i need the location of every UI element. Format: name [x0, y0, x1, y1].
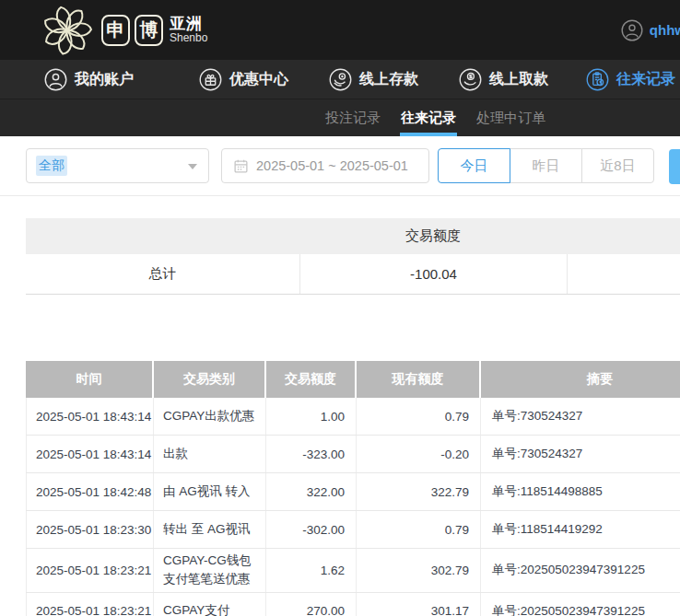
chevron-down-icon	[188, 164, 197, 169]
nav-label: 线上取款	[489, 70, 548, 89]
user-icon	[44, 68, 67, 91]
cell-time: 2025-05-01 18:43:14	[26, 398, 154, 435]
column-header-summary: 摘要	[481, 361, 680, 398]
nav-item-my-account[interactable]: 我的账户	[44, 68, 134, 91]
deposit-icon	[329, 68, 352, 91]
table-row: 2025-05-01 18:43:14 CGPAY出款优惠 1.00 0.79 …	[26, 398, 680, 436]
transactions-table: 时间 交易类别 交易额度 现有额度 摘要 2025-05-01 18:43:14…	[26, 361, 680, 616]
avatar-icon	[621, 19, 643, 41]
cell-summary: 单号:202505023947391225	[481, 593, 680, 616]
table-row: 2025-05-01 18:23:30 转出 至 AG视讯 -302.00 0.…	[26, 511, 680, 549]
cell-summary: 单号:730524327	[481, 398, 680, 435]
cell-summary: 单号:118514419292	[481, 511, 680, 548]
summary-header-amount: 交易额度	[299, 227, 567, 245]
nav-item-online-withdrawal[interactable]: 线上取款	[459, 68, 548, 91]
records-icon	[586, 68, 609, 91]
cell-type: CGPAY-CG钱包支付笔笔送优惠	[154, 549, 266, 592]
cell-type: CGPAY支付	[154, 593, 266, 616]
nav-label: 我的账户	[75, 70, 134, 89]
cell-balance: 0.79	[357, 511, 481, 548]
brand-subtitle: Shenbo	[170, 32, 207, 44]
column-header-type: 交易类别	[154, 361, 264, 398]
summary-table: 交易额度 总计 -100.04	[26, 218, 680, 295]
last-8-days-button[interactable]: 近8日	[581, 148, 654, 183]
nav-item-online-deposit[interactable]: 线上存款	[329, 68, 418, 91]
tab-betting-records[interactable]: 投注记录	[324, 99, 381, 136]
column-header-amount: 交易额度	[266, 361, 355, 398]
cell-type: CGPAY出款优惠	[154, 398, 266, 435]
page: 申 博 亚洲 Shenbo qhhw 我的账户	[0, 0, 680, 616]
date-range-value: 2025-05-01 ~ 2025-05-01	[256, 158, 408, 173]
top-header-bar: 申 博 亚洲 Shenbo qhhw	[0, 0, 680, 60]
username-label[interactable]: qhhw	[650, 22, 680, 38]
brand-region: 亚洲	[170, 16, 207, 32]
table-row: 2025-05-01 18:23:21 CGPAY支付 270.00 301.1…	[26, 593, 680, 616]
user-account-area[interactable]: qhhw	[621, 0, 680, 60]
table-row: 2025-05-01 18:23:21 CGPAY-CG钱包支付笔笔送优惠 1.…	[26, 549, 680, 593]
cell-amount: -323.00	[266, 436, 357, 472]
tab-processing-orders[interactable]: 处理中订单	[475, 99, 546, 136]
brand-logo[interactable]: 申 博 亚洲 Shenbo	[41, 4, 207, 57]
cell-amount: 1.62	[266, 549, 357, 592]
cell-type: 由 AG视讯 转入	[154, 473, 266, 510]
flower-logo-icon	[41, 4, 94, 57]
cell-amount: 322.00	[266, 473, 357, 510]
date-range-input[interactable]: 2025-05-01 ~ 2025-05-01	[221, 148, 429, 183]
cell-time: 2025-05-01 18:23:21	[26, 593, 154, 616]
cell-time: 2025-05-01 18:42:48	[26, 473, 154, 510]
cell-balance: -0.20	[357, 436, 481, 472]
search-submit-button[interactable]	[669, 149, 680, 184]
cell-summary: 单号:730524327	[481, 436, 680, 472]
brand-char-bo: 博	[135, 15, 163, 46]
category-dropdown[interactable]: 全部	[26, 148, 209, 183]
cell-type: 转出 至 AG视讯	[154, 511, 266, 548]
cell-summary: 单号:202505023947391225	[481, 549, 680, 592]
yesterday-button[interactable]: 昨日	[510, 148, 582, 183]
summary-total-label: 总计	[26, 254, 299, 294]
calendar-icon	[233, 158, 249, 174]
cell-balance: 301.17	[357, 593, 481, 616]
summary-header-row: 交易额度	[26, 218, 680, 254]
cell-balance: 302.79	[357, 549, 481, 592]
nav-label: 线上存款	[359, 70, 418, 89]
cell-time: 2025-05-01 18:23:30	[26, 511, 154, 548]
nav-item-promotions[interactable]: 优惠中心	[199, 68, 288, 91]
main-navigation: 我的账户 优惠中心	[0, 60, 680, 99]
column-header-balance: 现有额度	[357, 361, 479, 398]
table-row: 2025-05-01 18:43:14 出款 -323.00 -0.20 单号:…	[26, 436, 680, 473]
cell-time: 2025-05-01 18:43:14	[26, 436, 154, 472]
today-button[interactable]: 今日	[438, 148, 510, 183]
table-header-row: 时间 交易类别 交易额度 现有额度 摘要	[26, 361, 680, 398]
table-row: 2025-05-01 18:42:48 由 AG视讯 转入 322.00 322…	[26, 473, 680, 511]
withdraw-icon	[459, 68, 482, 91]
summary-total-value: -100.04	[299, 254, 567, 294]
brand-char-shen: 申	[101, 15, 130, 46]
column-header-time: 时间	[26, 361, 152, 398]
tab-transaction-records[interactable]: 往来记录	[400, 99, 457, 136]
cell-amount: 270.00	[266, 593, 357, 616]
summary-empty-cell	[567, 254, 680, 294]
nav-item-transaction-records[interactable]: 往来记录	[586, 68, 675, 91]
nav-label: 优惠中心	[229, 70, 288, 89]
cell-balance: 0.79	[357, 398, 481, 435]
record-tabs: 投注记录 往来记录 处理中订单	[0, 99, 680, 136]
cell-amount: 1.00	[266, 398, 357, 435]
cell-amount: -302.00	[266, 511, 357, 548]
cell-time: 2025-05-01 18:23:21	[26, 549, 154, 592]
nav-label: 往来记录	[616, 70, 675, 89]
category-selected-value: 全部	[36, 156, 67, 176]
quick-date-buttons: 今日 昨日 近8日	[438, 148, 654, 183]
cell-summary: 单号:118514498885	[481, 473, 680, 510]
cell-type: 出款	[154, 436, 266, 472]
gift-icon	[199, 68, 222, 91]
summary-total-row: 总计 -100.04	[26, 254, 680, 295]
cell-balance: 322.79	[357, 473, 481, 510]
filter-bar: 全部 2025-05-01 ~ 2025-05-01 今日 昨日 近8日	[0, 136, 680, 196]
